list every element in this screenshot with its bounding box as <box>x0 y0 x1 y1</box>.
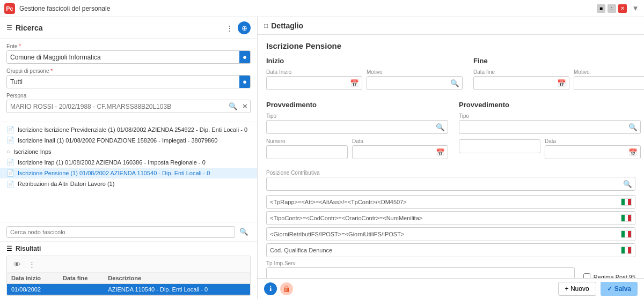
tree-item[interactable]: 📄 Iscrizione Inail (1) 01/08/2002 FONDAZ… <box>0 135 257 146</box>
xml-field-2-text: <TipoContr>=<CodContr>=<OrarioContr>=<Nu… <box>270 215 621 221</box>
regime-post95-checkbox[interactable] <box>583 273 590 278</box>
data-sx-field: Data 📅 <box>352 138 448 159</box>
left-panel-header: ☰ Ricerca ⋮ ⊕ <box>0 17 257 39</box>
inizio-col: Inizio Data Inizio 📅 Motivo <box>266 57 463 94</box>
bottom-action-buttons: + Nuovo ✓ Salva <box>558 282 638 296</box>
motivo-fine-field: Motivo 🔍 <box>574 69 644 90</box>
search-bar: 🔍 <box>0 222 257 242</box>
detail-content: Iscrizione Pensione Inizio Data Inizio 📅 <box>258 35 644 278</box>
minimize-button[interactable]: ■ <box>597 4 605 13</box>
motivo-inizio-input[interactable] <box>367 78 448 88</box>
visibility-button[interactable]: 👁 <box>10 258 23 271</box>
tipo-sx-label: Tipo <box>266 113 448 119</box>
data-dx-calendar-button[interactable]: 📅 <box>626 147 640 158</box>
fine-col: Fine Data fine 📅 Motivo <box>473 57 644 94</box>
results-title: Risultati <box>16 245 41 252</box>
col-data-inizio: Data inizio <box>7 273 58 284</box>
data-inizio-label: Data Inizio <box>266 69 362 75</box>
persona-label: Persona <box>6 93 251 99</box>
doc-icon: 📄 <box>6 126 14 133</box>
results-section: ☰ Risultati 👁 ⋮ Data inizio Data fine <box>0 242 257 299</box>
provvedimento-sx-title: Provvedimento <box>266 101 448 109</box>
tipo-sx-search-button[interactable]: 🔍 <box>433 122 448 133</box>
persona-field-row: 🔍 ✕ <box>6 100 251 113</box>
ente-input[interactable] <box>7 51 239 63</box>
close-button[interactable]: ✕ <box>618 4 627 13</box>
tree-item[interactable]: ○ Iscrizione Inps <box>0 146 257 157</box>
cell-data-fine <box>58 284 104 295</box>
tree-item[interactable]: 📄 Iscrizione Irap (1) 01/08/2002 AZIENDA… <box>0 157 257 168</box>
tree-item[interactable]: 📄 Iscrizione Iscrizione Previdenziale (1… <box>0 124 257 135</box>
app-icon: Pc <box>4 3 15 14</box>
gruppi-field-group: Gruppi di persone * ● <box>6 68 251 88</box>
tp-imp-serv-input[interactable] <box>267 270 574 278</box>
doc-icon: 📄 <box>6 181 14 188</box>
maximize-button[interactable]: : <box>608 4 616 13</box>
doc-icon: 📄 <box>6 137 14 144</box>
tipo-sx-input[interactable] <box>267 122 433 132</box>
provvedimento-sx-col: Provvedimento Tipo 🔍 Numero <box>266 101 448 163</box>
ente-field-row: ● <box>6 50 251 64</box>
gruppi-input[interactable] <box>7 76 239 88</box>
right-panel-header: □ Dettaglio <box>258 17 644 35</box>
data-fine-input[interactable] <box>474 78 554 88</box>
panel-menu-button[interactable]: ⋮ <box>223 21 236 34</box>
posizione-contributiva-input[interactable] <box>267 179 620 189</box>
expand-button[interactable]: ▼ <box>631 4 640 13</box>
toolbar-menu-button[interactable]: ⋮ <box>25 258 38 271</box>
detail-panel-icon: □ <box>264 22 268 29</box>
ente-label: Ente * <box>6 43 251 49</box>
tipo-sx-field: Tipo 🔍 <box>266 113 448 134</box>
data-sx-input[interactable] <box>353 147 433 157</box>
cell-descrizione: AZIENDA 110540 - Dip. Enti Locali - 0 <box>104 284 250 295</box>
tree-item-selected[interactable]: 📄 Iscrizione Pensione (1) 01/08/2002 AZI… <box>0 168 257 178</box>
persona-field-group: Persona 🔍 ✕ <box>6 93 251 113</box>
tipo-dx-label: Tipo <box>459 113 641 119</box>
info-button[interactable]: ℹ <box>264 282 277 295</box>
table-row[interactable]: 01/08/2002 AZIENDA 110540 - Dip. Enti Lo… <box>7 284 250 295</box>
detail-bottom-bar: ℹ 🗑 + Nuovo ✓ Salva <box>258 278 644 299</box>
fine-title: Fine <box>473 57 644 65</box>
results-list-icon: ☰ <box>6 245 12 252</box>
data-fine-input-row: 📅 <box>473 76 569 90</box>
node-search-input[interactable] <box>6 226 235 238</box>
posizione-contributiva-search-button[interactable]: 🔍 <box>620 178 635 190</box>
provvedimento-dx-col: Provvedimento Tipo 🔍 <box>459 101 641 163</box>
left-panel-title: Ricerca <box>16 24 219 32</box>
persona-input[interactable] <box>7 101 226 113</box>
tipo-dx-search-button[interactable]: 🔍 <box>626 122 640 133</box>
salva-button[interactable]: ✓ Salva <box>601 282 638 296</box>
node-search-button[interactable]: 🔍 <box>237 226 251 238</box>
numero-sx-input[interactable] <box>267 147 347 157</box>
data-fine-label: Data fine <box>473 69 569 75</box>
data-inizio-input[interactable] <box>267 78 347 88</box>
right-panel-title: Dettaglio <box>271 21 303 30</box>
data-dx-input[interactable] <box>545 147 626 157</box>
data-fine-field: Data fine 📅 <box>473 69 569 90</box>
panel-add-button[interactable]: ⊕ <box>238 21 251 34</box>
persona-search-button[interactable]: 🔍 <box>226 100 240 113</box>
data-inizio-calendar-button[interactable]: 📅 <box>347 78 362 89</box>
motivo-fine-input-row: 🔍 <box>574 76 644 90</box>
results-toolbar: 👁 ⋮ <box>7 256 250 273</box>
posizione-contributiva-input-row: 🔍 <box>266 177 635 191</box>
form-area: Ente * ● Gruppi di persone * ● <box>0 39 257 122</box>
left-panel: ☰ Ricerca ⋮ ⊕ Ente * ● <box>0 17 258 299</box>
data-sx-calendar-button[interactable]: 📅 <box>433 147 448 158</box>
regime-post95-row: Regime Post 95 <box>583 273 635 278</box>
cod-qualifica-text: Cod. Qualifica Denunce <box>270 247 621 253</box>
ente-action-button[interactable]: ● <box>239 51 250 63</box>
tree-area: 📄 Iscrizione Iscrizione Previdenziale (1… <box>0 122 257 222</box>
motivo-inizio-search-button[interactable]: 🔍 <box>448 78 462 89</box>
persona-clear-button[interactable]: ✕ <box>240 100 250 113</box>
gruppi-action-button[interactable]: ● <box>239 76 250 88</box>
nuovo-button[interactable]: + Nuovo <box>558 282 596 296</box>
delete-button[interactable]: 🗑 <box>280 282 293 295</box>
tp-imp-serv-label: Tp Imp.Serv <box>266 260 575 266</box>
data-fine-calendar-button[interactable]: 📅 <box>554 78 569 89</box>
numero-dx-input[interactable] <box>459 141 540 151</box>
tipo-dx-input[interactable] <box>459 122 626 132</box>
tree-item[interactable]: 📄 Retribuzioni da Altri Datori Lavoro (1… <box>0 178 257 189</box>
flag-it-icon-2 <box>621 214 632 222</box>
motivo-fine-input[interactable] <box>574 78 644 88</box>
